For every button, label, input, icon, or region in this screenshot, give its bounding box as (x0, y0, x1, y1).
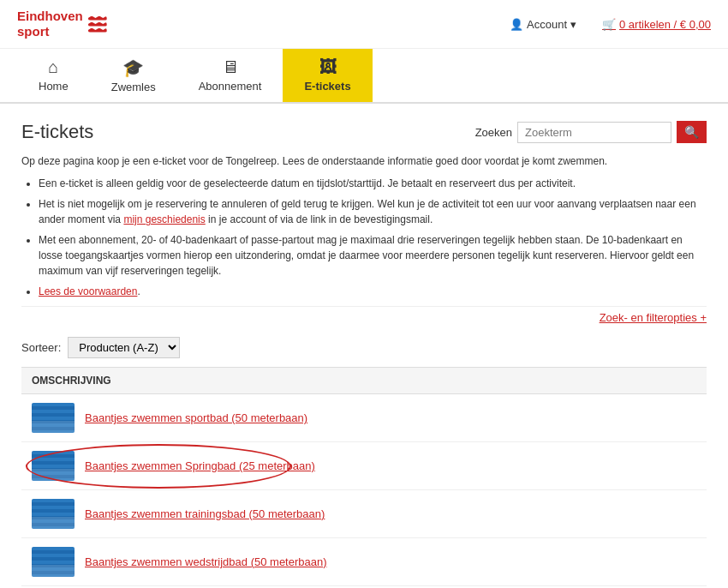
info-list: Een e-ticket is alleen geldig voor de ge… (39, 176, 707, 299)
filter-link[interactable]: Zoek- en filteropties + (600, 311, 707, 324)
product-thumbnail-1 (32, 403, 75, 433)
wave-icon-3 (88, 28, 107, 33)
bullet-2: Het is niet mogelijk om je reservering t… (39, 196, 707, 227)
header: Eindhoven sport 👤 Account ▾ 🛒 0 artikele… (0, 0, 728, 49)
sort-select[interactable]: Producten (A-Z) (68, 337, 180, 358)
logo-waves-icon (88, 16, 107, 33)
wave-icon-1 (88, 16, 107, 21)
etickets-icon: 🖼 (319, 57, 337, 77)
product-row-3: Baantjes zwemmen trainingsbad (50 meterb… (32, 499, 696, 529)
wave-icon-2 (88, 22, 107, 27)
page-title: E-tickets (21, 121, 93, 143)
sort-area: Sorteer: Producten (A-Z) (21, 337, 707, 358)
nav-item-etickets[interactable]: 🖼 E-tickets (283, 49, 372, 102)
product-link-3[interactable]: Baantjes zwemmen trainingsbad (50 meterb… (85, 507, 325, 520)
bullet-1: Een e-ticket is alleen geldig voor de ge… (39, 176, 707, 191)
nav-label-etickets: E-tickets (304, 80, 350, 93)
page-header: E-tickets Zoeken 🔍 (21, 121, 707, 143)
column-header-omschrijving: OMSCHRIJVING (21, 368, 707, 394)
filter-options: Zoek- en filteropties + (21, 306, 707, 324)
history-link[interactable]: mijn geschiedenis (123, 213, 205, 225)
product-row-4: Baantjes zwemmen wedstrijdbad (50 meterb… (32, 547, 696, 577)
home-icon: ⌂ (48, 57, 58, 77)
table-row: Baantjes zwemmen Springbad (25 meterbaan… (21, 442, 707, 490)
product-thumbnail-3 (32, 499, 75, 529)
header-right: 👤 Account ▾ 🛒 0 artikelen / € 0,00 (510, 18, 711, 31)
navigation: ⌂ Home 🎓 Zwemles 🖥 Abonnement 🖼 E-ticket… (0, 49, 728, 104)
nav-item-home[interactable]: ⌂ Home (17, 49, 90, 102)
nav-label-abonnement: Abonnement (199, 80, 262, 93)
logo-text: Eindhoven sport (17, 9, 83, 39)
table-row: Baantjes zwemmen trainingsbad (50 meterb… (21, 490, 707, 538)
account-link[interactable]: 👤 Account ▾ (510, 18, 576, 31)
nav-item-abonnement[interactable]: 🖥 Abonnement (177, 49, 283, 102)
bullet-4: Lees de voorwaarden. (39, 284, 707, 299)
search-label: Zoeken (475, 126, 512, 139)
main-content: E-tickets Zoeken 🔍 Op deze pagina koop j… (0, 104, 728, 588)
product-link-2[interactable]: Baantjes zwemmen Springbad (25 meterbaan… (85, 459, 315, 472)
nav-item-zwemles[interactable]: 🎓 Zwemles (90, 49, 177, 102)
logo: Eindhoven sport (17, 9, 107, 39)
product-thumbnail-2 (32, 451, 75, 481)
search-area: Zoeken 🔍 (475, 121, 707, 143)
abonnement-icon: 🖥 (222, 57, 239, 77)
sort-label: Sorteer: (21, 341, 61, 354)
product-row-2: Baantjes zwemmen Springbad (25 meterbaan… (32, 451, 696, 481)
product-thumbnail-4 (32, 547, 75, 577)
zwemles-icon: 🎓 (122, 57, 144, 78)
cart-link[interactable]: 🛒 0 artikelen / € 0,00 (602, 18, 711, 31)
product-link-4[interactable]: Baantjes zwemmen wedstrijdbad (50 meterb… (85, 555, 327, 568)
products-table: OMSCHRIJVING Baantjes zwemmen sportbad (… (21, 367, 707, 586)
intro-text: Op deze pagina koop je een e-ticket voor… (21, 153, 707, 169)
cart-icon: 🛒 (602, 18, 616, 31)
product-row-1: Baantjes zwemmen sportbad (50 meterbaan) (32, 403, 696, 433)
nav-label-zwemles: Zwemles (111, 81, 156, 93)
product-link-1[interactable]: Baantjes zwemmen sportbad (50 meterbaan) (85, 411, 307, 424)
bullet-3: Met een abonnement, 20- of 40-badenkaart… (39, 232, 707, 279)
search-input[interactable] (517, 122, 671, 143)
person-icon: 👤 (510, 18, 523, 31)
voorwaarden-link[interactable]: Lees de voorwaarden (39, 285, 137, 297)
table-row: Baantjes zwemmen sportbad (50 meterbaan) (21, 394, 707, 442)
table-row: Baantjes zwemmen wedstrijdbad (50 meterb… (21, 538, 707, 586)
nav-label-home: Home (39, 80, 69, 93)
search-button[interactable]: 🔍 (677, 121, 707, 143)
